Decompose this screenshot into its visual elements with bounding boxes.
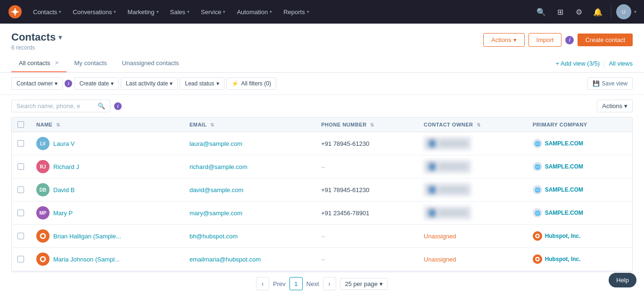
search-info-badge[interactable]: i (114, 102, 122, 110)
current-page[interactable]: 1 (289, 277, 303, 290)
prev-page-button[interactable]: ‹ (256, 277, 269, 290)
contact-name-link[interactable]: Mary P (53, 210, 73, 217)
contact-name-link[interactable]: Maria Johnson (Sampl... (53, 256, 120, 263)
nav-service[interactable]: Service ▾ (196, 6, 230, 18)
page-title-chevron-icon[interactable]: ▾ (58, 34, 62, 41)
company-cell: 🌐 SAMPLE.COM (527, 178, 632, 202)
search-icon-btn[interactable]: 🔍 (533, 3, 550, 20)
all-views-link[interactable]: All views (609, 60, 633, 67)
owner-sort-icon[interactable]: ⇅ (477, 122, 481, 127)
name-column-header[interactable]: NAME ⇅ (31, 118, 184, 132)
nav-conversations[interactable]: Conversations ▾ (68, 6, 121, 18)
notifications-icon-btn[interactable]: 🔔 (589, 3, 606, 20)
company-column-header[interactable]: PRIMARY COMPANY (527, 118, 632, 132)
nav-reports[interactable]: Reports ▾ (279, 6, 314, 18)
contact-name-link[interactable]: Brian Halligan (Sample... (53, 233, 121, 240)
last-activity-filter[interactable]: Last activity date ▾ (121, 77, 178, 90)
tab-all-contacts-close-icon[interactable]: ✕ (55, 60, 59, 66)
svg-point-4 (536, 235, 538, 237)
import-button[interactable]: Import (528, 33, 562, 47)
row-checkbox[interactable] (17, 210, 24, 216)
nav-contacts[interactable]: Contacts ▾ (28, 6, 66, 18)
table-row: RJ Richard J richard@sample.com-- 👤 🌐 SA… (12, 155, 632, 178)
row-checkbox[interactable] (17, 233, 24, 239)
company-name-link[interactable]: Hubspot, Inc. (545, 233, 581, 239)
actions-button[interactable]: Actions ▾ (483, 33, 525, 47)
add-view-link[interactable]: + Add view (3/5) (555, 60, 600, 67)
page-actions: Actions ▾ Import i Create contact (483, 33, 633, 47)
settings-icon-btn[interactable]: ⚙ (570, 3, 587, 20)
create-date-filter[interactable]: Create date ▾ (74, 77, 119, 90)
email-link[interactable]: richard@sample.com (190, 163, 248, 170)
sales-chevron-icon: ▾ (187, 9, 190, 14)
contact-name-link[interactable]: Richard J (53, 163, 79, 170)
search-input[interactable] (17, 102, 95, 110)
contact-name-cell-content: Brian Halligan (Sample... (36, 229, 178, 243)
tab-all-contacts[interactable]: All contacts ✕ (11, 55, 66, 72)
all-filters-button[interactable]: ⚡ All filters (0) (226, 77, 276, 90)
user-avatar[interactable]: U (616, 4, 631, 19)
nav-marketing[interactable]: Marketing ▾ (123, 6, 163, 18)
company-name-link[interactable]: SAMPLE.COM (545, 186, 583, 193)
generic-company-icon: 🌐 (533, 185, 542, 194)
create-date-chevron-icon: ▾ (111, 80, 114, 87)
svg-point-8 (536, 258, 538, 261)
grid-icon-btn[interactable]: ⊞ (552, 3, 569, 20)
contacts-chevron-icon: ▾ (59, 9, 61, 14)
row-checkbox[interactable] (17, 256, 24, 262)
email-link[interactable]: bh@hubspot.com (190, 233, 238, 240)
email-link[interactable]: laura@sample.com (190, 140, 242, 147)
company-name-link[interactable]: SAMPLE.COM (545, 140, 583, 147)
search-box[interactable]: 🔍 (11, 100, 110, 112)
email-link[interactable]: emailmaria@hubspot.com (190, 256, 261, 263)
tab-my-contacts[interactable]: My contacts (66, 55, 114, 72)
save-view-button[interactable]: 💾 Save view (587, 77, 633, 90)
company-name-link[interactable]: SAMPLE.COM (545, 210, 583, 216)
row-checkbox[interactable] (17, 163, 24, 170)
phone-sort-icon[interactable]: ⇅ (370, 122, 374, 127)
create-contact-button[interactable]: Create contact (578, 34, 633, 46)
help-button[interactable]: Help (609, 273, 636, 287)
contact-name-link[interactable]: Laura V (53, 140, 75, 147)
contact-name-cell-content: RJ Richard J (36, 160, 178, 173)
contact-owner-info-badge[interactable]: i (65, 80, 72, 87)
select-all-header[interactable] (12, 118, 31, 132)
contact-owner-filter[interactable]: Contact owner ▾ (11, 77, 63, 90)
lead-status-filter[interactable]: Lead status ▾ (180, 77, 224, 90)
page-subtitle: 6 records (11, 44, 62, 51)
contact-name-link[interactable]: David B (53, 186, 75, 194)
tab-unassigned-contacts[interactable]: Unassigned contacts (115, 55, 187, 72)
table-row: LV Laura V laura@sample.com+91 78945-612… (12, 132, 632, 155)
email-link[interactable]: mary@sample.com (190, 210, 242, 217)
company-name-link[interactable]: Hubspot, Inc. (545, 256, 581, 262)
email-column-header[interactable]: EMAIL ⇅ (184, 118, 315, 132)
generic-company-icon: 🌐 (533, 162, 542, 171)
name-sort-icon[interactable]: ⇅ (56, 122, 60, 127)
tabs-bar: All contacts ✕ My contacts Unassigned co… (0, 55, 644, 73)
owner-avatar-blurred: 👤 (424, 183, 471, 196)
company-name-link[interactable]: SAMPLE.COM (545, 163, 583, 170)
row-checkbox-cell (12, 225, 31, 248)
user-menu-chevron-icon[interactable]: ▾ (634, 9, 636, 14)
phone-cell: +91 78945-61230 (315, 132, 418, 155)
main-content: Contacts ▾ 6 records Actions ▾ Import i … (0, 24, 644, 295)
hubspot-logo[interactable] (8, 4, 23, 19)
phone-column-header[interactable]: PHONE NUMBER ⇅ (315, 118, 418, 132)
row-checkbox[interactable] (17, 186, 24, 193)
email-link[interactable]: david@sample.com (190, 186, 243, 194)
save-view-icon: 💾 (593, 80, 600, 87)
email-cell: david@sample.com (184, 178, 315, 202)
nav-automation[interactable]: Automation ▾ (232, 6, 277, 18)
table-actions-button[interactable]: Actions ▾ (597, 100, 633, 112)
owner-column-header[interactable]: CONTACT OWNER ⇅ (418, 118, 527, 132)
nav-sales[interactable]: Sales ▾ (165, 6, 195, 18)
email-sort-icon[interactable]: ⇅ (210, 122, 215, 127)
next-page-button[interactable]: › (323, 277, 336, 290)
row-checkbox-cell (12, 132, 31, 155)
email-cell: richard@sample.com (184, 155, 315, 178)
per-page-selector[interactable]: 25 per page ▾ (340, 278, 388, 290)
select-all-checkbox[interactable] (17, 121, 24, 128)
row-checkbox[interactable] (17, 140, 24, 147)
import-info-badge[interactable]: i (565, 36, 574, 44)
table-actions-chevron-icon: ▾ (624, 102, 627, 110)
